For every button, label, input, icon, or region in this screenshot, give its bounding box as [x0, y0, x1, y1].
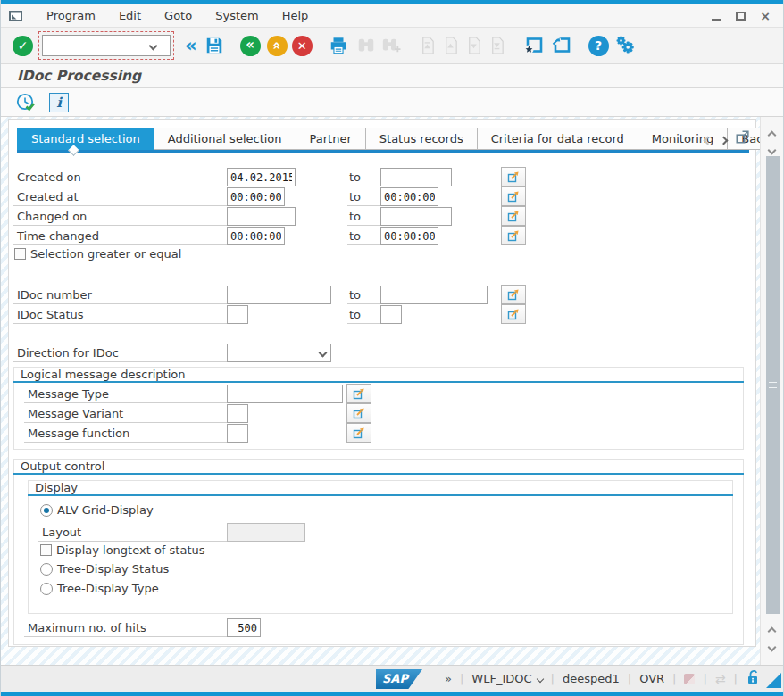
find-button-disabled — [356, 36, 376, 55]
time-changed-multiselect-button[interactable] — [501, 226, 526, 245]
help-button[interactable]: ? — [588, 36, 609, 56]
message-variant-input[interactable] — [227, 404, 248, 423]
multiple-selection-icon — [506, 170, 521, 184]
idoc-status-multiselect-button[interactable] — [501, 304, 526, 324]
separator: | — [672, 672, 676, 685]
tree-display-status-label: Tree-Display Status — [57, 562, 169, 576]
separator: | — [551, 672, 555, 685]
tab-additional-selection[interactable]: Additional selection — [154, 128, 296, 150]
tab-status-records[interactable]: Status records — [366, 128, 478, 150]
application-toolbar: i — [1, 88, 783, 117]
resize-grip[interactable] — [766, 673, 781, 688]
separator: | — [628, 672, 631, 685]
user-field: deesped1 — [563, 672, 620, 685]
new-session-icon — [523, 35, 545, 56]
tab-scroll-left-button[interactable] — [705, 133, 711, 146]
print-button[interactable] — [329, 36, 348, 55]
idoc-status-from-input[interactable] — [227, 305, 248, 324]
menu-goto[interactable]: Goto — [153, 6, 204, 25]
message-function-input[interactable] — [227, 424, 248, 443]
cancel-button[interactable]: ✕ — [292, 36, 313, 56]
to-label: to — [347, 207, 380, 226]
scroll-down-button-bottom[interactable] — [769, 640, 775, 653]
chevron-down-icon[interactable] — [149, 41, 158, 50]
created-on-multiselect-button[interactable] — [501, 167, 526, 186]
security-lock-icon[interactable] — [746, 669, 760, 688]
multiple-selection-icon — [352, 406, 366, 420]
tabs-expand-button[interactable] — [735, 128, 751, 147]
scroll-up-button-bottom[interactable] — [769, 624, 775, 637]
idoc-number-multiselect-button[interactable] — [501, 285, 526, 304]
command-field[interactable] — [42, 35, 171, 56]
display-longtext-checkbox[interactable] — [40, 544, 52, 556]
close-button[interactable]: × — [760, 10, 771, 22]
changed-on-from-input[interactable] — [227, 207, 296, 226]
minimize-button[interactable] — [712, 19, 721, 21]
menu-program[interactable]: Program — [35, 6, 107, 25]
message-variant-multiselect-button[interactable] — [346, 403, 371, 423]
save-button[interactable] — [204, 36, 224, 55]
idoc-number-from-input[interactable] — [227, 286, 331, 304]
changed-on-to-input[interactable] — [380, 207, 452, 226]
scrollbar-track[interactable] — [760, 117, 784, 665]
message-type-multiselect-button[interactable] — [346, 384, 371, 403]
maximize-button[interactable] — [736, 12, 746, 21]
time-changed-to-input[interactable] — [380, 227, 438, 245]
layout-input[interactable] — [227, 523, 305, 542]
selection-greater-label: Selection greater or equal — [30, 247, 181, 261]
customize-layout-button[interactable] — [614, 35, 636, 56]
tree-display-status-radio[interactable] — [40, 563, 53, 576]
back-button[interactable]: « — [240, 36, 261, 56]
sap-window-icon[interactable] — [8, 10, 24, 22]
scrollbar-thumb[interactable] — [766, 156, 780, 614]
display-group-underline — [28, 494, 733, 496]
direction-for-idoc-select[interactable] — [227, 344, 331, 362]
clock-check-icon — [15, 92, 38, 113]
tree-display-type-radio[interactable] — [40, 583, 53, 595]
tab-standard-selection[interactable]: Standard selection — [17, 128, 154, 150]
idoc-number-label: IDoc number — [13, 286, 227, 304]
selection-greater-checkbox[interactable] — [14, 248, 26, 260]
status-bar: SAP » | WLF_IDOC | deesped1 | OVR | | ⇄ … — [1, 665, 783, 692]
menu-bar: Program Edit Goto System Help × — [1, 4, 783, 28]
multiple-selection-icon — [506, 228, 521, 243]
system-field[interactable]: WLF_IDOC — [471, 672, 542, 685]
message-function-multiselect-button[interactable] — [346, 423, 371, 443]
collapse-toolbar-icon[interactable]: « — [185, 37, 197, 55]
alv-grid-display-radio[interactable] — [40, 504, 53, 517]
logical-message-group-title: Logical message description — [21, 368, 186, 381]
changed-on-multiselect-button[interactable] — [501, 206, 526, 226]
menu-program-label: Program — [46, 9, 96, 22]
menu-system[interactable]: System — [204, 6, 271, 25]
menu-help[interactable]: Help — [271, 6, 321, 25]
created-on-to-input[interactable] — [380, 168, 452, 186]
created-on-from-input[interactable] — [227, 168, 296, 186]
created-at-from-input[interactable] — [227, 187, 285, 206]
tab-partner[interactable]: Partner — [296, 128, 366, 150]
scroll-up-button[interactable] — [769, 128, 775, 141]
idoc-number-to-input[interactable] — [380, 286, 488, 304]
exit-button[interactable]: « — [267, 36, 288, 56]
created-at-to-input[interactable] — [380, 187, 438, 206]
max-hits-input[interactable] — [227, 618, 261, 637]
active-tab-bar — [17, 150, 749, 153]
tab-criteria-for-data-record[interactable]: Criteria for data record — [478, 128, 638, 150]
message-type-input[interactable] — [227, 385, 343, 403]
info-button[interactable]: i — [49, 93, 69, 112]
tab-scroll-right-button[interactable] — [721, 133, 727, 146]
menu-edit[interactable]: Edit — [107, 6, 153, 25]
command-input[interactable] — [43, 37, 150, 54]
to-label: to — [347, 305, 380, 324]
tab-monitoring[interactable]: Monitoring — [638, 128, 729, 150]
new-session-button[interactable] — [523, 35, 545, 56]
scroll-down-button[interactable] — [769, 143, 775, 156]
insert-mode-field[interactable]: OVR — [639, 672, 664, 685]
time-changed-from-input[interactable] — [227, 227, 285, 245]
clock-check-button[interactable] — [15, 92, 38, 113]
create-shortcut-button[interactable] — [551, 35, 572, 56]
statusbar-overflow-button[interactable]: » — [445, 672, 452, 685]
menu-help-label: Help — [282, 9, 309, 22]
idoc-status-to-input[interactable] — [380, 305, 402, 324]
created-at-multiselect-button[interactable] — [501, 186, 526, 206]
enter-button[interactable]: ✓ — [13, 36, 33, 56]
